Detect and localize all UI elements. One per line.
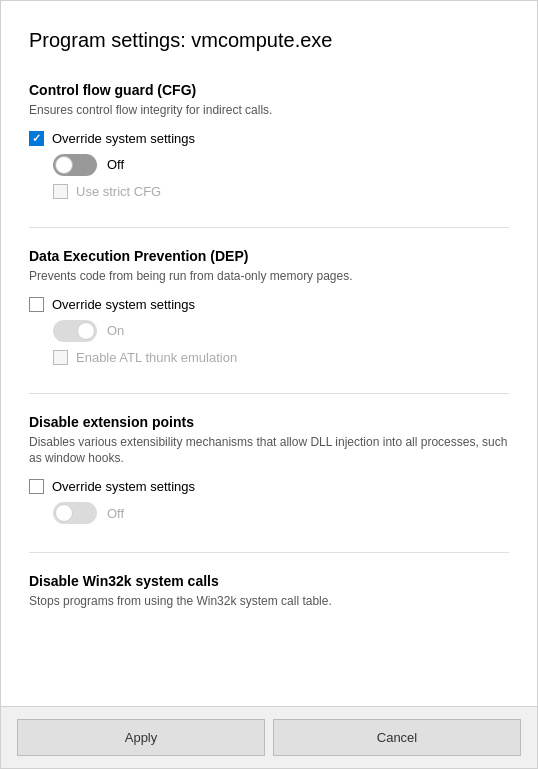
- dep-override-row: Override system settings: [29, 297, 509, 312]
- ext-toggle-label: Off: [107, 506, 124, 521]
- cfg-sub-checkbox[interactable]: [53, 184, 68, 199]
- dep-override-label: Override system settings: [52, 297, 195, 312]
- dep-sub-checkbox[interactable]: [53, 350, 68, 365]
- section-cfg: Control flow guard (CFG) Ensures control…: [29, 82, 509, 199]
- program-settings-window: Program settings: vmcompute.exe Control …: [0, 0, 538, 769]
- dep-sub-checkbox-container[interactable]: Enable ATL thunk emulation: [53, 350, 237, 365]
- section-ext: Disable extension points Disables variou…: [29, 414, 509, 525]
- dep-title: Data Execution Prevention (DEP): [29, 248, 509, 264]
- ext-override-checkbox-container[interactable]: Override system settings: [29, 479, 195, 494]
- cfg-sub-label: Use strict CFG: [76, 184, 161, 199]
- dep-description: Prevents code from being run from data-o…: [29, 268, 509, 285]
- ext-override-label: Override system settings: [52, 479, 195, 494]
- win32k-description: Stops programs from using the Win32k sys…: [29, 593, 509, 610]
- ext-title: Disable extension points: [29, 414, 509, 430]
- cfg-toggle-knob: [55, 156, 73, 174]
- divider-1: [29, 227, 509, 228]
- dep-toggle-knob: [77, 322, 95, 340]
- ext-override-row: Override system settings: [29, 479, 509, 494]
- cfg-sub-row: Use strict CFG: [53, 184, 509, 199]
- cfg-toggle-label: Off: [107, 157, 124, 172]
- apply-button[interactable]: Apply: [17, 719, 265, 756]
- dep-sub-label: Enable ATL thunk emulation: [76, 350, 237, 365]
- content-area: Program settings: vmcompute.exe Control …: [1, 1, 537, 706]
- cfg-override-checkbox-container[interactable]: Override system settings: [29, 131, 195, 146]
- dep-override-checkbox[interactable]: [29, 297, 44, 312]
- footer: Apply Cancel: [1, 706, 537, 768]
- cfg-override-label: Override system settings: [52, 131, 195, 146]
- ext-toggle[interactable]: [53, 502, 97, 524]
- cfg-toggle-row: Off: [53, 154, 509, 176]
- ext-toggle-knob: [55, 504, 73, 522]
- divider-3: [29, 552, 509, 553]
- cfg-description: Ensures control flow integrity for indir…: [29, 102, 509, 119]
- win32k-title: Disable Win32k system calls: [29, 573, 509, 589]
- cfg-override-row: Override system settings: [29, 131, 509, 146]
- dep-override-checkbox-container[interactable]: Override system settings: [29, 297, 195, 312]
- cancel-button[interactable]: Cancel: [273, 719, 521, 756]
- dep-toggle-row: On: [53, 320, 509, 342]
- dep-toggle[interactable]: [53, 320, 97, 342]
- divider-2: [29, 393, 509, 394]
- ext-override-checkbox[interactable]: [29, 479, 44, 494]
- ext-description: Disables various extensibility mechanism…: [29, 434, 509, 468]
- section-win32k: Disable Win32k system calls Stops progra…: [29, 573, 509, 610]
- ext-toggle-row: Off: [53, 502, 509, 524]
- cfg-title: Control flow guard (CFG): [29, 82, 509, 98]
- cfg-sub-checkbox-container[interactable]: Use strict CFG: [53, 184, 161, 199]
- cfg-toggle[interactable]: [53, 154, 97, 176]
- page-title: Program settings: vmcompute.exe: [29, 29, 509, 52]
- cfg-override-checkbox[interactable]: [29, 131, 44, 146]
- dep-sub-row: Enable ATL thunk emulation: [53, 350, 509, 365]
- dep-toggle-label: On: [107, 323, 124, 338]
- section-dep: Data Execution Prevention (DEP) Prevents…: [29, 248, 509, 365]
